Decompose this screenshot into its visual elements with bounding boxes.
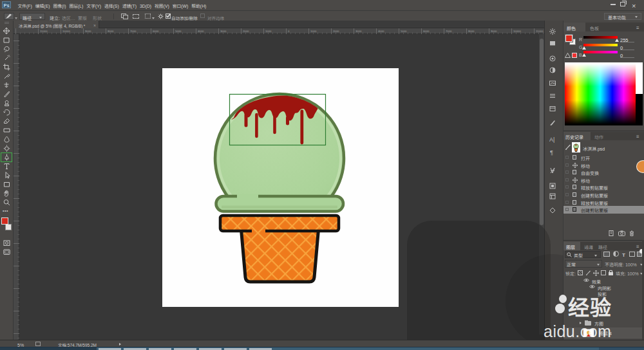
svg-text:¶: ¶: [550, 149, 553, 156]
svg-text:A|: A|: [549, 136, 554, 143]
